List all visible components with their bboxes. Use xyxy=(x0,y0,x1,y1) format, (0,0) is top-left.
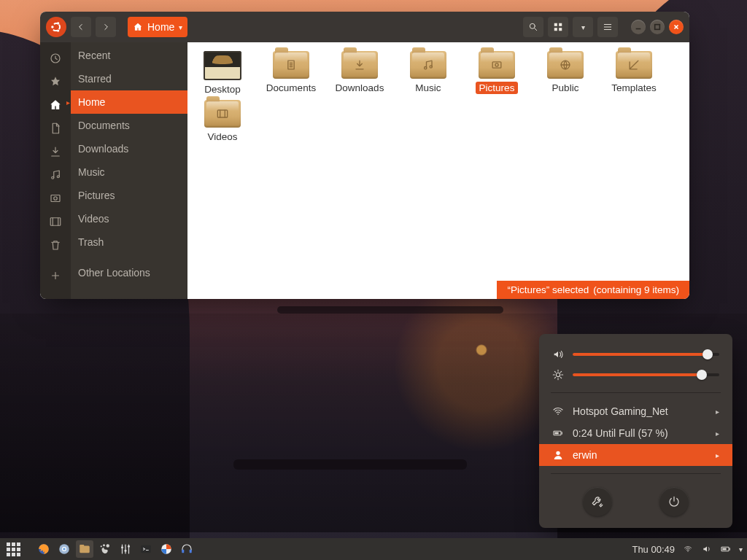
sidebar-item-starred[interactable]: Starred xyxy=(71,67,187,90)
arrow-left-icon xyxy=(76,22,86,32)
sidebar-item-other[interactable]: Other Locations xyxy=(71,261,187,284)
sidebar-item-downloads[interactable]: Downloads xyxy=(71,137,187,160)
volume-icon xyxy=(552,349,564,360)
file-item[interactable]: Pictures xyxy=(468,51,526,96)
user-icon xyxy=(552,449,564,461)
firefox-icon xyxy=(37,542,50,556)
svg-point-0 xyxy=(51,26,53,28)
file-item[interactable]: Music xyxy=(399,51,457,96)
terminal-icon xyxy=(139,542,152,556)
svg-rect-18 xyxy=(492,62,501,68)
gnome-icon xyxy=(98,542,112,556)
clock-label[interactable]: Thu 00:49 xyxy=(632,544,675,555)
view-grid-button[interactable] xyxy=(548,17,568,37)
menu-separator xyxy=(551,473,721,474)
file-grid-area[interactable]: DesktopDocumentsDownloadsMusicPicturesPu… xyxy=(187,42,689,299)
taskbar-app-firefox[interactable] xyxy=(35,540,53,558)
volume-slider[interactable] xyxy=(573,353,719,356)
file-item[interactable]: Templates xyxy=(605,51,663,96)
taskbar-app-terminal[interactable] xyxy=(137,540,155,558)
window-maximize-button[interactable] xyxy=(650,20,665,34)
sidebar-item-recent[interactable]: Recent xyxy=(71,44,187,67)
window-minimize-button[interactable] xyxy=(631,20,646,34)
power-button[interactable] xyxy=(659,487,689,516)
view-options-button[interactable]: ▾ xyxy=(573,17,593,37)
sidebar-item-label: Recent xyxy=(78,50,110,61)
svg-rect-14 xyxy=(50,218,61,226)
taskbar-app-tweaks[interactable] xyxy=(117,540,134,558)
sidebar-strip-recent[interactable] xyxy=(48,51,63,66)
sidebar-strip-download[interactable] xyxy=(48,144,63,159)
sidebar-item-music[interactable]: Music xyxy=(71,160,187,184)
menu-row-battery[interactable]: 0:24 Until Full (57 %) ▸ xyxy=(539,422,732,444)
menu-row-user[interactable]: erwin ▸ xyxy=(539,444,732,466)
sidebar-item-home[interactable]: ▸Home xyxy=(71,90,187,114)
battery-icon[interactable] xyxy=(720,543,732,555)
sidebar-strip-music[interactable] xyxy=(48,168,63,182)
svg-point-23 xyxy=(557,413,559,415)
folder-icon xyxy=(616,51,652,79)
sidebar-item-trash[interactable]: Trash xyxy=(71,230,187,254)
sidebar-strip-pictures[interactable] xyxy=(48,191,63,206)
wifi-icon[interactable] xyxy=(682,545,694,553)
file-item[interactable]: Public xyxy=(536,51,595,96)
sidebar-strip-videos[interactable] xyxy=(48,214,63,229)
file-manager-window: Home ▾ ▾ xyxy=(40,12,689,299)
apps-button[interactable] xyxy=(4,540,22,558)
search-button[interactable] xyxy=(523,17,543,37)
sidebar-strip-trash[interactable] xyxy=(48,238,63,252)
svg-rect-7 xyxy=(559,28,562,31)
sidebar-strip-doc[interactable] xyxy=(48,121,63,136)
brightness-slider[interactable] xyxy=(573,373,719,376)
svg-rect-8 xyxy=(655,25,660,30)
sidebar-strip-starred[interactable] xyxy=(48,74,63,89)
settings-button[interactable] xyxy=(583,487,612,516)
folder-icon xyxy=(204,100,241,128)
svg-rect-12 xyxy=(51,195,60,202)
nav-forward-button[interactable] xyxy=(96,17,116,37)
volume-row xyxy=(539,344,732,365)
taskbar-app-headset[interactable] xyxy=(178,540,196,558)
taskbar-app-chromium[interactable] xyxy=(55,540,73,558)
taskbar-app-media[interactable] xyxy=(158,540,175,558)
wallpaper-boat-near xyxy=(233,459,467,470)
menu-row-wifi[interactable]: Hotspot Gaming_Net ▸ xyxy=(539,400,732,422)
volume-icon[interactable] xyxy=(701,544,713,554)
folder-icon xyxy=(341,51,378,79)
sidebar-item-label: Documents xyxy=(78,120,130,131)
nav-back-button[interactable] xyxy=(71,17,91,37)
sidebar-item-videos[interactable]: Videos xyxy=(71,207,187,230)
chevron-down-icon: ▾ xyxy=(179,23,182,31)
status-selected: Pictures xyxy=(511,284,546,295)
file-item[interactable]: Documents xyxy=(262,51,320,96)
file-item[interactable]: Downloads xyxy=(330,51,389,96)
svg-rect-45 xyxy=(722,548,726,551)
svg-point-33 xyxy=(107,544,110,548)
taskbar-app-gnome[interactable] xyxy=(96,540,114,558)
sidebar-item-pictures[interactable]: Pictures xyxy=(71,184,187,207)
sidebar-item-label: Music xyxy=(78,166,105,178)
sidebar-item-documents[interactable]: Documents xyxy=(71,114,187,137)
ubuntu-logo-icon[interactable] xyxy=(46,17,66,37)
sidebar-strip-add[interactable] xyxy=(48,268,63,283)
file-manager-header: Home ▾ ▾ xyxy=(40,12,689,42)
file-item[interactable]: Desktop xyxy=(193,51,252,96)
sidebar-item-label: Pictures xyxy=(78,190,115,201)
path-button[interactable]: Home ▾ xyxy=(128,17,187,37)
wallpaper-boat-far xyxy=(277,306,503,314)
file-label: Videos xyxy=(204,131,241,143)
svg-point-17 xyxy=(430,66,432,68)
file-item[interactable]: Videos xyxy=(193,100,252,143)
chevron-down-icon[interactable]: ▾ xyxy=(739,545,743,553)
svg-point-38 xyxy=(128,545,130,548)
svg-point-20 xyxy=(561,61,570,69)
hamburger-menu-button[interactable] xyxy=(597,17,618,37)
svg-rect-6 xyxy=(554,28,557,31)
battery-icon xyxy=(552,427,564,439)
window-close-button[interactable] xyxy=(669,20,684,34)
folder-icon xyxy=(547,51,584,79)
folder-icon xyxy=(273,51,309,79)
svg-rect-4 xyxy=(554,23,557,26)
taskbar-app-files[interactable] xyxy=(76,540,93,558)
sidebar-strip-home[interactable] xyxy=(48,98,63,112)
